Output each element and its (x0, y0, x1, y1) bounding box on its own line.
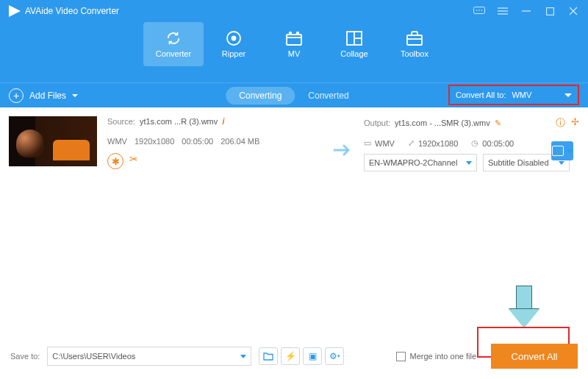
tab-label: MV (288, 49, 301, 58)
effects-button[interactable]: ✱ (107, 153, 123, 169)
toolbox-icon (406, 30, 423, 46)
collage-icon (346, 30, 362, 46)
converted-tab[interactable]: Converted (295, 87, 362, 105)
mv-icon (286, 30, 302, 46)
settings-button[interactable]: ⚙▾ (325, 347, 344, 365)
tab-toolbox[interactable]: Toolbox (384, 22, 445, 66)
save-to-label: Save to: (10, 352, 40, 361)
titlebar: AVAide Video Converter (0, 0, 588, 22)
video-thumbnail[interactable] (9, 116, 97, 166)
merge-label: Merge into one file (410, 352, 477, 361)
file-duration: 00:05:00 (182, 137, 213, 146)
merge-checkbox[interactable]: Merge into one file (396, 352, 477, 361)
chevron-down-icon (567, 149, 573, 153)
edit-icon[interactable]: ✎ (495, 118, 501, 128)
convert-all-button[interactable]: Convert All (491, 344, 578, 369)
converter-icon (165, 30, 182, 46)
convert-all-to-value: WMV (512, 91, 559, 99)
chevron-down-icon (559, 161, 564, 165)
audio-select[interactable]: EN-WMAPRO-2Channel (364, 154, 477, 171)
file-row: Source: yt1s.com ...R (3).wmv i WMV 1920… (9, 116, 579, 171)
resolution-icon: ⤢ (408, 138, 415, 148)
tab-label: Converter (156, 49, 191, 58)
file-format: WMV (107, 137, 127, 146)
speed-button[interactable]: ⚡ (281, 347, 300, 365)
app-title: AVAide Video Converter (9, 5, 119, 17)
open-folder-button[interactable] (259, 347, 278, 365)
svg-rect-13 (287, 35, 301, 45)
output-label: Output: (364, 118, 390, 127)
source-label: Source: (107, 117, 135, 126)
app-title-text: AVAide Video Converter (25, 6, 119, 16)
svg-rect-8 (546, 7, 553, 15)
info-icon[interactable]: i (222, 116, 224, 127)
maximize-icon[interactable] (544, 5, 556, 17)
chat-icon[interactable] (473, 5, 485, 17)
arrow-right-icon (333, 143, 354, 157)
tab-converter[interactable]: Converter (143, 22, 204, 66)
chevron-down-icon (564, 93, 572, 97)
file-resolution: 1920x1080 (135, 137, 174, 146)
svg-point-3 (481, 10, 483, 11)
output-name: yt1s.com - ...SMR (3).wmv (395, 118, 490, 127)
out-duration: 00:05:00 (482, 139, 514, 148)
svg-point-1 (476, 10, 478, 11)
trim-button[interactable]: ✂ (129, 153, 138, 169)
file-size: 206.04 MB (220, 137, 259, 146)
minimize-icon[interactable] (520, 5, 532, 17)
convert-all-to-label: Convert All to: (456, 91, 506, 99)
out-format: WMV (375, 139, 395, 148)
save-path-value: C:\Users\USER\Videos (52, 352, 236, 361)
ripper-icon (226, 30, 242, 46)
clock-icon: ◷ (471, 138, 478, 148)
output-info-icon[interactable]: ⓘ (556, 116, 565, 130)
plus-icon: + (9, 88, 24, 103)
close-icon[interactable] (567, 5, 579, 17)
add-files-button[interactable]: + Add Files (9, 88, 78, 103)
subtitle-value: Subtitle Disabled (488, 158, 554, 167)
out-resolution: 1920x1080 (418, 139, 458, 148)
logo-icon (9, 5, 21, 17)
chevron-down-icon (72, 94, 78, 97)
tab-mv[interactable]: MV (264, 22, 324, 66)
tab-ripper[interactable]: Ripper (204, 22, 264, 66)
svg-point-2 (478, 10, 480, 11)
gpu-button[interactable]: ▣ (303, 347, 322, 365)
svg-point-14 (290, 32, 292, 35)
tab-label: Ripper (222, 49, 245, 58)
convert-all-to-select[interactable]: Convert All to: WMV (448, 85, 579, 105)
format-icon: ▭ (364, 138, 371, 148)
convert-all-label: Convert All (512, 351, 558, 362)
svg-rect-19 (407, 35, 422, 45)
audio-value: EN-WMAPRO-2Channel (369, 158, 462, 167)
add-files-label: Add Files (29, 91, 66, 101)
converting-tab[interactable]: Converting (226, 87, 295, 105)
chevron-down-icon (466, 161, 472, 165)
svg-point-12 (232, 37, 236, 40)
profile-icon (552, 146, 564, 156)
save-path-select[interactable]: C:\Users\USER\Videos (47, 347, 251, 366)
tab-label: Toolbox (401, 49, 429, 58)
annotation-arrow (509, 286, 539, 328)
profile-button[interactable] (551, 141, 573, 160)
source-name: yt1s.com ...R (3).wmv (140, 117, 218, 126)
checkbox-icon (396, 352, 406, 361)
svg-point-15 (297, 32, 299, 35)
chevron-down-icon (240, 355, 246, 358)
compress-icon[interactable]: ✢ (571, 116, 579, 130)
tab-label: Collage (340, 49, 368, 58)
tab-collage[interactable]: Collage (324, 22, 384, 66)
menu-icon[interactable] (497, 5, 509, 17)
